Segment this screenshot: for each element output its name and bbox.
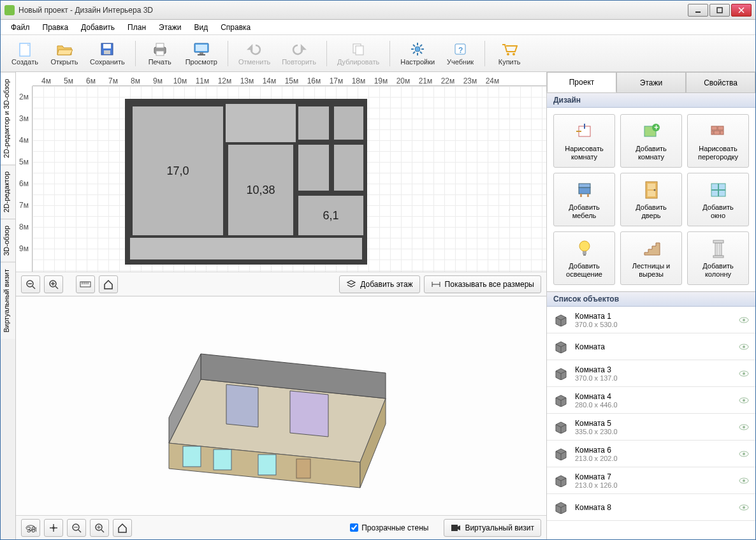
left-tab-2[interactable]: 3D-обзор [1,219,15,262]
close-button[interactable] [731,4,752,17]
add-floor-button[interactable]: Добавить этаж [339,275,419,293]
object-row-5[interactable]: Комната 6213.0 x 202.0 [547,441,755,467]
virtual-visit-button[interactable]: Виртуальный визит [444,519,541,537]
toolbar-undo-button[interactable]: Отменить [235,38,274,69]
menu-item-3[interactable]: План [122,21,151,34]
home-3d-button[interactable] [113,519,132,537]
object-row-7[interactable]: Комната 8 [547,494,755,521]
visibility-icon[interactable] [739,343,749,351]
zoom-out-button[interactable] [21,275,40,293]
add-room-icon: + [642,120,661,142]
tool-add-column[interactable]: Добавитьколонну [687,231,749,285]
toolbar-open-button[interactable]: Открыть [47,38,82,69]
svg-point-28 [507,53,509,55]
room-4[interactable] [331,104,366,142]
visibility-icon[interactable] [739,397,749,404]
room-5[interactable] [296,142,331,193]
add-window-icon [709,179,728,201]
toolbar-preview-button[interactable]: Просмотр [182,38,221,69]
svg-point-113 [743,399,745,402]
room-2[interactable]: 6,1 [296,193,366,238]
object-row-6[interactable]: Комната 7213.0 x 126.0 [547,467,755,494]
tool-add-window[interactable]: Добавитьокно [687,173,749,226]
visibility-icon[interactable] [739,504,749,511]
room-1[interactable]: 10,38 [226,142,296,238]
object-row-3[interactable]: Комната 4280.0 x 446.0 [547,387,755,414]
transparent-walls-checkbox[interactable]: Прозрачные стены [350,523,428,532]
menu-item-6[interactable]: Справка [215,21,256,34]
tool-draw-wall[interactable]: Нарисоватьперегородку [687,114,749,168]
view-3d[interactable]: 360 Прозрачные стены Виртуальный визит [16,296,546,539]
add-door-icon [643,179,660,201]
tool-add-room[interactable]: +Добавитькомнату [620,114,682,168]
zoom-out-3d-button[interactable] [67,519,86,537]
right-tab-1[interactable]: Этажи [616,72,686,92]
objects-panel-header: Список объектов [547,291,755,307]
tool-draw-room[interactable]: Нарисоватькомнату [553,114,615,168]
visibility-icon[interactable] [739,370,749,377]
menu-item-5[interactable]: Вид [189,21,213,34]
visibility-icon[interactable] [739,477,749,485]
visibility-icon[interactable] [739,423,749,431]
menu-item-4[interactable]: Этажи [154,21,186,34]
maximize-button[interactable] [709,4,730,17]
toolbar-print-button[interactable]: Печать [142,38,178,69]
stairs-icon [642,238,661,259]
right-panel: ПроектЭтажиСвойства Дизайн Нарисоватьком… [546,72,755,539]
svg-point-117 [743,426,745,428]
tool-add-furn[interactable]: Добавитьмебель [553,173,615,226]
show-dims-button[interactable]: Показывать все размеры [424,275,541,293]
svg-point-121 [743,453,745,455]
svg-point-129 [743,506,745,509]
left-tab-1[interactable]: 2D-редактор [1,164,15,219]
svg-point-86 [653,189,655,191]
toolbar-help-button[interactable]: ?Учебник [442,38,478,69]
canvas-2d[interactable]: 17,010,386,1 [33,86,546,272]
pan-button[interactable] [44,519,63,537]
toolbar-save-button[interactable]: Сохранить [86,38,129,69]
room-3[interactable] [296,104,331,142]
toolbar-dup-button[interactable]: Дублировать [333,38,383,69]
floor-plan[interactable]: 17,010,386,1 [125,99,367,265]
tool-stairs[interactable]: Лестницы ивырезы [620,231,682,285]
svg-rect-16 [356,46,363,55]
zoom-in-3d-button[interactable] [90,519,109,537]
menubar: ФайлПравкаДобавитьПланЭтажиВидСправка [1,20,755,35]
left-tab-3[interactable]: Виртуальный визит [1,262,15,339]
object-row-4[interactable]: Комната 5335.0 x 230.0 [547,414,755,441]
transparent-walls-input[interactable] [350,523,358,532]
right-tab-2[interactable]: Свойства [686,72,755,92]
svg-rect-82 [587,194,589,197]
menu-item-2[interactable]: Добавить [76,21,120,34]
left-tab-0[interactable]: 2D-редактор и 3D-обзор [1,72,15,164]
draw-wall-icon [709,120,728,142]
minimize-button[interactable] [688,4,708,17]
orbit-button[interactable]: 360 [21,519,40,537]
object-row-0[interactable]: Комната 1370.0 x 530.0 [547,307,755,333]
toolbar-create-button[interactable]: Создать [7,38,43,69]
visibility-icon[interactable] [739,450,749,458]
menu-item-0[interactable]: Файл [6,21,35,34]
menu-item-1[interactable]: Правка [38,21,74,34]
dup-icon [349,41,367,57]
room-0[interactable]: 17,0 [130,104,226,238]
tool-add-door[interactable]: Добавитьдверь [620,173,682,226]
svg-rect-76 [714,131,720,135]
layers-icon [346,279,356,289]
toolbar-redo-button[interactable]: Повторить [278,38,320,69]
svg-rect-13 [200,52,203,54]
toolbar-buy-button[interactable]: Купить [491,38,527,69]
ruler-icon[interactable] [76,275,95,293]
room-6[interactable] [331,142,366,193]
object-row-2[interactable]: Комната 3370.0 x 137.0 [547,360,755,387]
home-button[interactable] [99,275,118,293]
toolbar-settings-button[interactable]: Настройки [396,38,439,69]
tool-add-light[interactable]: Добавитьосвещение [553,231,615,285]
right-tab-0[interactable]: Проект [547,72,616,92]
svg-rect-75 [718,126,723,130]
open-icon [55,41,73,57]
zoom-in-button[interactable] [44,275,63,293]
svg-rect-54 [258,455,276,475]
object-row-1[interactable]: Комната [547,333,755,360]
visibility-icon[interactable] [739,316,749,324]
